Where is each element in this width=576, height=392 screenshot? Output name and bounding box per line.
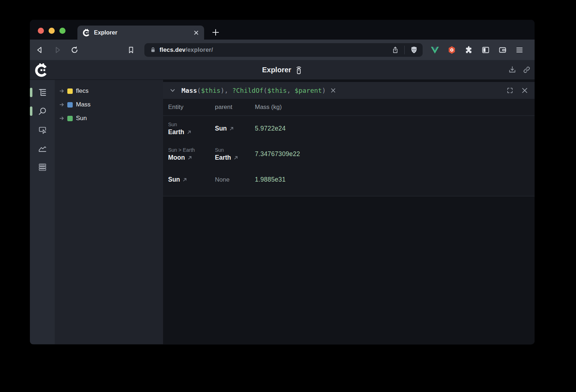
- search-icon[interactable]: [38, 106, 47, 116]
- tab-explorer[interactable]: Explorer: [77, 26, 204, 40]
- column-header-mass: Mass (kg): [255, 104, 535, 111]
- divider: [404, 46, 405, 54]
- minimize-window-button[interactable]: [49, 28, 55, 34]
- download-icon[interactable]: [508, 65, 517, 74]
- flecs-favicon-icon: [82, 29, 90, 37]
- entity-name: Moon: [168, 154, 185, 161]
- entity-color-swatch: [67, 102, 73, 108]
- tree-view-icon[interactable]: [38, 88, 47, 97]
- url-bar[interactable]: flecs.dev/explorer/: [144, 43, 423, 57]
- table-header-row: Entity parent Mass (kg): [163, 99, 535, 116]
- zoom-window-button[interactable]: [59, 28, 66, 34]
- reload-button[interactable]: [70, 46, 79, 54]
- page-title: Explorer: [262, 66, 291, 74]
- tool-sidebar: [30, 80, 55, 344]
- tree-item-label: Mass: [76, 101, 91, 108]
- tab-title: Explorer: [94, 29, 193, 36]
- tree-item-flecs[interactable]: flecs: [55, 84, 163, 98]
- back-button[interactable]: [36, 46, 44, 54]
- query-clear-icon[interactable]: [330, 87, 336, 94]
- parent-none-value: None: [215, 176, 255, 183]
- url-path: /explorer/: [185, 46, 213, 53]
- remote-connection-icon[interactable]: [295, 66, 302, 74]
- entity-name: Earth: [168, 128, 184, 136]
- tree-item-label: flecs: [76, 87, 89, 95]
- expand-arrow-icon[interactable]: [59, 115, 65, 121]
- mass-value: 5.9722e24: [255, 125, 285, 132]
- share-icon[interactable]: [391, 46, 399, 54]
- query-token: (: [264, 87, 267, 94]
- menu-icon[interactable]: [515, 46, 524, 54]
- browser-toolbar: flecs.dev/explorer/: [30, 40, 535, 60]
- parent-entity-name: Sun: [215, 125, 227, 132]
- vue-devtools-icon[interactable]: [431, 46, 439, 54]
- parent-parent-path: Sun: [215, 147, 255, 153]
- entity-link[interactable]: Sun: [168, 176, 215, 183]
- expand-arrow-icon[interactable]: [59, 88, 65, 94]
- query-token: ),: [220, 87, 232, 94]
- brave-shield-icon[interactable]: [410, 46, 418, 54]
- entity-tree-panel: flecsMassSun: [55, 80, 163, 344]
- close-panel-icon[interactable]: [521, 87, 528, 94]
- lock-icon: [149, 46, 157, 54]
- parent-entity-name: Earth: [215, 154, 231, 161]
- app-header: Explorer: [30, 60, 535, 80]
- hexagon-extension-icon[interactable]: [447, 46, 456, 54]
- query-token: Mass: [181, 87, 197, 94]
- new-tab-button[interactable]: [211, 28, 220, 37]
- tables-icon[interactable]: [38, 163, 47, 172]
- query-token: (: [197, 87, 201, 94]
- entity-link[interactable]: Earth: [168, 128, 215, 136]
- query-token: $this: [267, 87, 287, 94]
- column-header-parent: parent: [215, 104, 255, 111]
- tab-close-icon[interactable]: [193, 30, 199, 36]
- query-header: Mass($this), ?ChildOf($this, $parent): [163, 82, 535, 99]
- fullscreen-icon[interactable]: [507, 87, 513, 94]
- query-token: ?ChildOf: [232, 87, 264, 94]
- parent-entity-link[interactable]: Sun: [215, 125, 255, 132]
- tree-item-label: Sun: [76, 115, 87, 122]
- url-domain: flecs.dev: [159, 46, 185, 53]
- wallet-icon[interactable]: [498, 46, 507, 54]
- query-token: ,: [287, 87, 295, 94]
- query-token: $parent: [294, 87, 322, 94]
- query-expression[interactable]: Mass($this), ?ChildOf($this, $parent): [181, 87, 326, 94]
- main-area: flecsMassSun Mass($this), ?ChildOf($this…: [30, 80, 535, 344]
- table-row: SunNone1.9885e31: [163, 167, 535, 192]
- entity-color-swatch: [67, 116, 73, 121]
- mass-value: 7.34767309e22: [255, 150, 300, 158]
- expand-arrow-icon[interactable]: [59, 102, 65, 108]
- extensions-puzzle-icon[interactable]: [464, 46, 473, 54]
- link-icon[interactable]: [522, 65, 531, 74]
- query-panel: Mass($this), ?ChildOf($this, $parent) En…: [163, 80, 535, 344]
- inspector-icon[interactable]: [38, 125, 47, 135]
- flecs-logo-icon[interactable]: [34, 63, 49, 77]
- query-results-table: Entity parent Mass (kg) SunEarthSun5.972…: [163, 99, 535, 196]
- chart-icon[interactable]: [38, 144, 47, 153]
- mass-value: 1.9885e31: [255, 176, 285, 183]
- entity-color-swatch: [67, 88, 73, 94]
- entity-parent-path: Sun: [168, 122, 215, 127]
- active-indicator: [30, 88, 32, 97]
- bookmark-icon[interactable]: [127, 46, 135, 54]
- browser-window: Explorer flecs.dev/explorer/: [30, 20, 535, 345]
- query-token: ): [322, 87, 326, 94]
- extensions-row: [431, 46, 524, 54]
- window-controls: [38, 28, 66, 34]
- active-indicator: [30, 106, 32, 116]
- empty-canvas: [163, 196, 535, 344]
- forward-button[interactable]: [53, 46, 62, 54]
- table-row: Sun > EarthMoonSunEarth7.34767309e22: [163, 141, 535, 167]
- chevron-down-icon[interactable]: [170, 87, 176, 94]
- close-window-button[interactable]: [38, 28, 44, 34]
- table-row: SunEarthSun5.9722e24: [163, 116, 535, 141]
- tab-bar: Explorer: [30, 20, 535, 40]
- parent-entity-link[interactable]: Earth: [215, 154, 255, 161]
- tree-item-mass[interactable]: Mass: [55, 98, 163, 111]
- url-text: flecs.dev/explorer/: [159, 46, 213, 53]
- entity-name: Sun: [168, 176, 180, 183]
- query-token: $this: [201, 87, 220, 94]
- tree-item-sun[interactable]: Sun: [55, 111, 163, 125]
- entity-link[interactable]: Moon: [168, 154, 215, 161]
- sidebar-toggle-icon[interactable]: [481, 46, 490, 54]
